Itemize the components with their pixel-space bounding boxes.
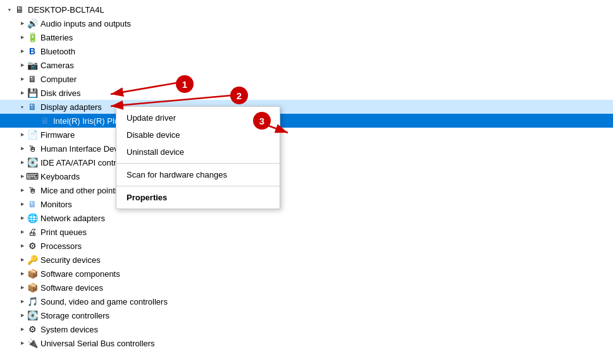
tree-item-software-comp[interactable]: 📦 Software components <box>0 267 613 281</box>
sound-expand[interactable] <box>18 297 27 306</box>
monitors-expand[interactable] <box>18 200 27 209</box>
firmware-icon: 📄 <box>27 129 38 140</box>
firmware-expand[interactable] <box>18 130 27 139</box>
tree-item-keyboards[interactable]: ⌨ Keyboards <box>0 169 613 183</box>
software-dev-icon: 📦 <box>27 282 38 293</box>
storage-expand[interactable] <box>18 311 27 320</box>
network-icon: 🌐 <box>27 212 38 224</box>
computer-label: Computer <box>40 75 613 84</box>
tree-item-hid[interactable]: 🖱 Human Interface Devices <box>0 142 613 155</box>
security-icon: 🔑 <box>27 254 38 265</box>
tree-item-disk[interactable]: 💾 Disk drives <box>0 86 613 100</box>
software-dev-expand[interactable] <box>18 283 27 292</box>
tree-item-storage[interactable]: 💽 Storage controllers <box>0 308 613 322</box>
hid-icon: 🖱 <box>27 143 38 154</box>
mice-expand[interactable] <box>18 186 27 195</box>
context-menu-uninstall-device[interactable]: Uninstall device <box>116 143 280 161</box>
tree-item-bluetooth[interactable]: B Bluetooth <box>0 44 613 58</box>
tree-item-display[interactable]: 🖥 Display adapters <box>0 100 613 114</box>
ide-icon: 💽 <box>27 157 38 168</box>
usb-label: Universal Serial Bus controllers <box>40 339 613 348</box>
tree-root[interactable]: 🖥 DESKTOP-BCLTA4L <box>0 3 613 16</box>
uninstall-device-label: Uninstall device <box>127 147 184 157</box>
display-expand[interactable] <box>18 102 27 111</box>
tree-item-mice[interactable]: 🖱 Mice and other pointing devices <box>0 183 613 197</box>
storage-icon: 💽 <box>27 310 38 321</box>
context-menu-divider-2 <box>116 186 280 186</box>
tree-item-cameras[interactable]: 📷 Cameras <box>0 58 613 72</box>
sound-icon: 🎵 <box>27 296 38 307</box>
tree-item-firmware[interactable]: 📄 Firmware <box>0 128 613 142</box>
tree-item-processors[interactable]: ⚙ Processors <box>0 239 613 253</box>
security-label: Security devices <box>40 255 613 265</box>
tree-item-software-dev[interactable]: 📦 Software devices <box>0 281 613 294</box>
properties-label: Properties <box>127 193 167 202</box>
keyboard-icon: ⌨ <box>27 171 38 182</box>
monitor-icon: 🖥 <box>27 198 38 210</box>
mice-icon: 🖱 <box>27 185 38 196</box>
software-dev-label: Software devices <box>40 283 613 293</box>
tree-item-batteries[interactable]: 🔋 Batteries <box>0 30 613 44</box>
root-label: DESKTOP-BCLTA4L <box>28 5 613 15</box>
tree-item-sound[interactable]: 🎵 Sound, video and game controllers <box>0 294 613 308</box>
disable-device-label: Disable device <box>127 130 180 140</box>
gpu-icon: 🖥 <box>39 115 51 126</box>
disk-expand[interactable] <box>18 88 27 97</box>
device-manager: 🖥 DESKTOP-BCLTA4L 🔊 Audio inputs and out… <box>0 0 613 364</box>
root-expand[interactable] <box>5 5 14 14</box>
computer-expand[interactable] <box>18 75 27 83</box>
security-expand[interactable] <box>18 255 27 264</box>
scan-label: Scan for hardware changes <box>127 170 227 179</box>
cameras-label: Cameras <box>40 61 613 70</box>
bluetooth-label: Bluetooth <box>40 47 613 56</box>
audio-label: Audio inputs and outputs <box>40 19 613 28</box>
tree-item-print[interactable]: 🖨 Print queues <box>0 225 613 239</box>
processor-icon: ⚙ <box>27 240 38 252</box>
camera-icon: 📷 <box>27 59 38 71</box>
tree-item-security[interactable]: 🔑 Security devices <box>0 253 613 267</box>
tree-item-ide[interactable]: 💽 IDE ATA/ATAPI controllers <box>0 155 613 169</box>
batteries-expand[interactable] <box>18 33 27 42</box>
annotation-1: 1 <box>176 75 194 93</box>
batteries-label: Batteries <box>40 33 613 42</box>
context-menu-disable-device[interactable]: Disable device <box>116 126 280 143</box>
software-comp-icon: 📦 <box>27 268 38 279</box>
processors-expand[interactable] <box>18 241 27 250</box>
root-icon: 🖥 <box>14 4 25 15</box>
tree-item-audio[interactable]: 🔊 Audio inputs and outputs <box>0 16 613 30</box>
annotation-2: 2 <box>230 87 248 104</box>
annotation-3: 3 <box>253 112 271 130</box>
tree-item-system[interactable]: ⚙ System devices <box>0 322 613 336</box>
processors-label: Processors <box>40 241 613 251</box>
usb-icon: 🔌 <box>27 337 38 349</box>
keyboards-expand[interactable] <box>18 172 27 181</box>
software-comp-label: Software components <box>40 269 613 279</box>
system-label: System devices <box>40 325 613 334</box>
network-label: Network adapters <box>40 214 613 223</box>
ide-expand[interactable] <box>18 158 27 167</box>
system-icon: ⚙ <box>27 324 38 335</box>
tree-container[interactable]: 🖥 DESKTOP-BCLTA4L 🔊 Audio inputs and out… <box>0 0 613 364</box>
battery-icon: 🔋 <box>27 32 38 43</box>
print-icon: 🖨 <box>27 226 38 238</box>
storage-label: Storage controllers <box>40 311 613 320</box>
sound-label: Sound, video and game controllers <box>40 297 613 306</box>
bluetooth-expand[interactable] <box>18 47 27 56</box>
print-label: Print queues <box>40 228 613 237</box>
usb-expand[interactable] <box>18 339 27 348</box>
network-expand[interactable] <box>18 214 27 222</box>
disk-icon: 💾 <box>27 87 38 99</box>
tree-item-usb[interactable]: 🔌 Universal Serial Bus controllers <box>0 336 613 350</box>
system-expand[interactable] <box>18 325 27 334</box>
tree-item-network[interactable]: 🌐 Network adapters <box>0 211 613 225</box>
print-expand[interactable] <box>18 228 27 236</box>
audio-expand[interactable] <box>18 19 27 28</box>
context-menu-scan[interactable]: Scan for hardware changes <box>116 166 280 183</box>
context-menu-properties[interactable]: Properties <box>116 189 280 206</box>
software-comp-expand[interactable] <box>18 269 27 278</box>
cameras-expand[interactable] <box>18 61 27 70</box>
tree-item-computer[interactable]: 🖥 Computer <box>0 72 613 86</box>
tree-item-monitors[interactable]: 🖥 Monitors <box>0 197 613 211</box>
hid-expand[interactable] <box>18 144 27 153</box>
tree-item-gpu[interactable]: 🖥 Intel(R) Iris(R) Plus Graphics <box>0 114 613 128</box>
